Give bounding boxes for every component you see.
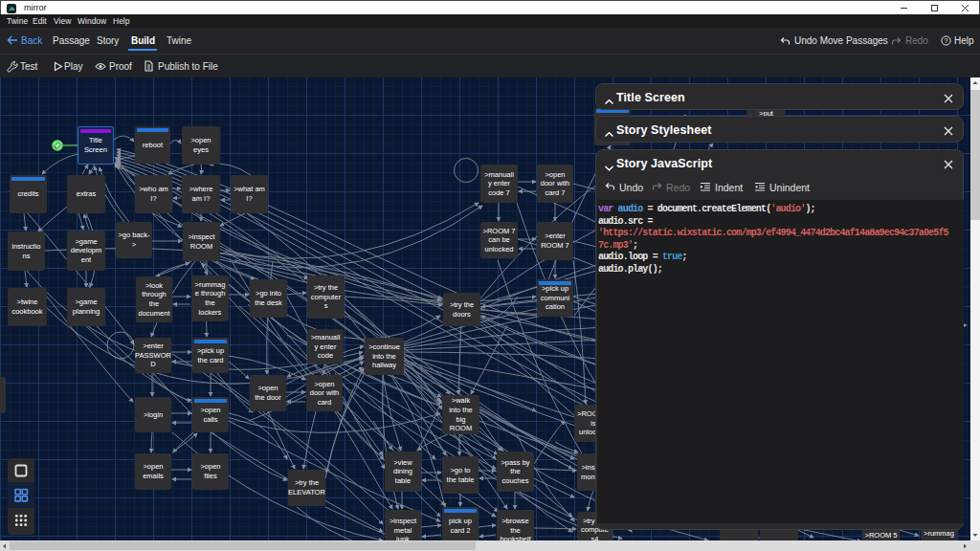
svg-text:?: ? [944,37,947,44]
